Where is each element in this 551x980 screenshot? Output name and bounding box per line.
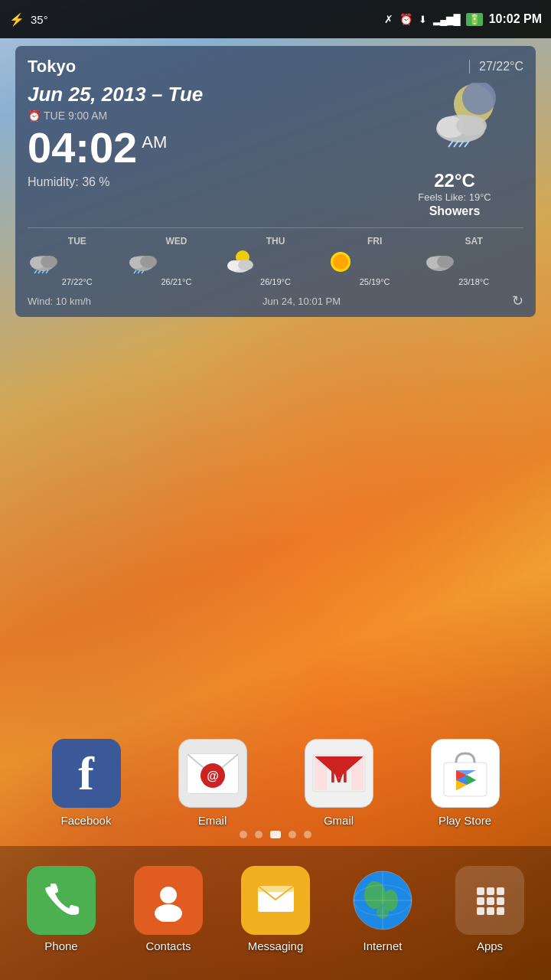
svg-point-27 (333, 254, 348, 270)
page-dot-0[interactable] (240, 831, 247, 838)
app-row: Facebook @ Email (0, 739, 551, 827)
messaging-label: Messaging (248, 939, 304, 952)
forecast-thu-icon (226, 250, 325, 274)
svg-point-48 (155, 904, 182, 922)
forecast-fri: FRI 25/19°C (325, 236, 425, 286)
refresh-icon[interactable]: ↻ (512, 292, 523, 309)
signal-icon: ▂▄▆█ (433, 14, 459, 25)
alarm-icon: ⏰ (399, 13, 412, 25)
svg-rect-65 (477, 907, 484, 915)
status-right: ✗ ⏰ ⬇ ▂▄▆█ 🔋 10:02 PM (384, 12, 542, 26)
dock-contacts[interactable]: Contacts (134, 866, 203, 952)
page-dot-3[interactable] (289, 831, 296, 838)
svg-point-18 (140, 256, 157, 268)
dock: Phone Contacts Messaging (0, 846, 551, 980)
forecast-tue-icon (28, 250, 127, 274)
dock-apps[interactable]: Apps (455, 866, 524, 952)
dock-messaging[interactable]: Messaging (241, 866, 310, 952)
page-dot-1[interactable] (255, 831, 262, 838)
forecast-sat: SAT 23/18°C (424, 236, 523, 286)
moon-svg (432, 83, 500, 148)
forecast-wed-icon (127, 250, 227, 274)
weather-condition: Showers (386, 204, 523, 218)
page-indicators (0, 831, 551, 838)
usb-icon: ⚡ (9, 12, 24, 27)
page-dot-2[interactable] (270, 831, 281, 838)
download-icon: ⬇ (419, 14, 427, 25)
svg-text:M: M (330, 763, 347, 787)
phone-icon (27, 866, 96, 935)
status-bar: ⚡ 35° ✗ ⏰ ⬇ ▂▄▆█ 🔋 10:02 PM (0, 0, 551, 38)
weather-updated: Jun 24, 10:01 PM (262, 296, 341, 307)
status-time: 10:02 PM (489, 12, 542, 26)
apps-label: Apps (477, 939, 503, 952)
svg-point-25 (238, 260, 253, 270)
bluetooth-icon: ✗ (384, 13, 393, 25)
svg-line-20 (138, 270, 140, 273)
messaging-icon (241, 866, 310, 935)
forecast-bar: TUE 27/22°C WED (28, 227, 523, 286)
svg-line-19 (134, 270, 136, 273)
svg-rect-50 (258, 886, 294, 892)
status-left: ⚡ 35° (9, 12, 48, 27)
weather-temp-range: 27/22°C (469, 60, 523, 74)
svg-rect-66 (487, 907, 494, 915)
battery-icon: 🔋 (466, 13, 483, 26)
app-gmail[interactable]: M Gmail (305, 739, 373, 827)
svg-line-13 (38, 270, 41, 273)
internet-label: Internet (364, 939, 403, 952)
temperature-display: 35° (31, 13, 48, 26)
dock-phone[interactable]: Phone (27, 866, 96, 952)
apps-icon (455, 866, 524, 935)
contacts-label: Contacts (145, 939, 191, 952)
forecast-tue: TUE 27/22°C (28, 236, 127, 286)
svg-line-12 (34, 270, 37, 273)
facebook-icon (52, 739, 121, 808)
alarm-small-icon: ⏰ (28, 109, 41, 122)
weather-widget: Tokyo 27/22°C Jun 25, 2013 – Tue ⏰ TUE 9… (15, 46, 536, 317)
email-icon: @ (178, 739, 247, 808)
playstore-label: Play Store (439, 814, 491, 827)
weather-wind: Wind: 10 km/h (28, 296, 91, 307)
svg-rect-59 (477, 887, 484, 895)
app-facebook[interactable]: Facebook (52, 739, 121, 827)
svg-point-4 (456, 116, 487, 136)
weather-date: Jun 25, 2013 – Tue (28, 83, 386, 106)
svg-text:@: @ (207, 769, 219, 782)
weather-feels-like: Feels Like: 19°C (386, 191, 523, 203)
forecast-fri-icon (325, 250, 425, 274)
svg-rect-62 (477, 897, 484, 905)
app-playstore[interactable]: Play Store (431, 739, 500, 827)
app-email[interactable]: @ Email (178, 739, 247, 827)
contacts-icon (134, 866, 203, 935)
svg-rect-61 (497, 887, 504, 895)
weather-time: 04:02 AM (28, 126, 386, 169)
weather-main: Jun 25, 2013 – Tue ⏰ TUE 9:00 AM 04:02 A… (28, 83, 523, 218)
weather-city: Tokyo (28, 57, 76, 77)
weather-alarm: ⏰ TUE 9:00 AM (28, 109, 386, 122)
weather-left: Jun 25, 2013 – Tue ⏰ TUE 9:00 AM 04:02 A… (28, 83, 386, 189)
page-dot-4[interactable] (304, 831, 311, 838)
gmail-icon: M (305, 739, 373, 808)
forecast-wed: WED 26/21°C (127, 236, 227, 286)
svg-line-5 (448, 141, 453, 147)
weather-right: 22°C Feels Like: 19°C Showers (386, 83, 523, 218)
facebook-label: Facebook (61, 814, 112, 827)
svg-rect-64 (497, 897, 504, 905)
svg-point-1 (462, 83, 496, 115)
svg-rect-60 (487, 887, 494, 895)
svg-rect-67 (497, 907, 504, 915)
playstore-icon (431, 739, 500, 808)
weather-current-temp: 22°C (386, 170, 523, 191)
dock-internet[interactable]: Internet (348, 866, 417, 952)
svg-point-30 (437, 256, 454, 268)
svg-point-47 (160, 887, 177, 903)
weather-humidity: Humidity: 36 % (28, 175, 386, 189)
weather-footer: Wind: 10 km/h Jun 24, 10:01 PM ↻ (28, 292, 523, 309)
internet-icon (348, 866, 417, 935)
forecast-thu: THU 26/19°C (226, 236, 325, 286)
weather-header: Tokyo 27/22°C (28, 57, 523, 77)
svg-rect-63 (487, 897, 494, 905)
forecast-sat-icon (424, 250, 523, 274)
gmail-label: Gmail (324, 814, 354, 827)
